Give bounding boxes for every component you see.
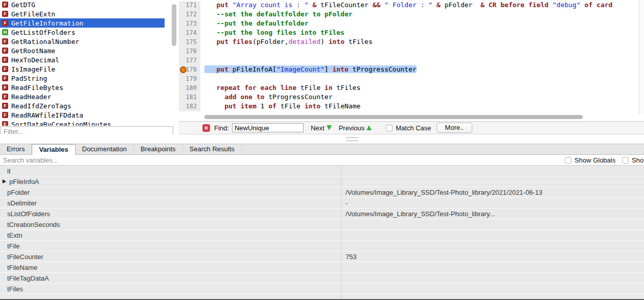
line-number-gutter[interactable]: 180 [179,84,200,93]
variables-table: itpFileInfoApFolder/Volumes/Image_Librar… [0,166,644,300]
tab-search-results[interactable]: Search Results [183,144,242,154]
find-input[interactable] [232,123,304,132]
handler-list-scrollbar[interactable] [172,2,177,124]
handler-list-item[interactable]: FReadFileBytes [0,83,165,92]
handler-list: FGetDTGFGetFileExtnFGetFileInformationHG… [0,0,171,126]
show-globals-option: Show Globals [565,156,615,164]
find-previous-label: Previous [339,124,365,132]
code-line[interactable]: 171 put "Array count is : " & tFileCount… [179,1,644,10]
handler-list-item[interactable]: FReadRAWfileIFDdata [0,110,165,120]
variable-row[interactable]: pFileInfoA [0,176,644,187]
code-line[interactable]: 180 repeat for each line tFile in tFiles [179,84,644,93]
code-line[interactable]: 178 put pFileInfoA["ImageCount"] into tP… [179,65,644,75]
search-variables-input[interactable] [0,155,413,166]
line-number-gutter[interactable]: 181 [179,93,200,102]
variable-row[interactable]: tCreationSeconds [0,219,644,230]
handler-list-item[interactable]: FGetFileExtn [0,9,165,18]
handler-list-item[interactable]: FReadIfdZeroTags [0,101,165,110]
line-number-gutter[interactable]: 176 [179,47,200,56]
code-line[interactable]: 177 [179,56,644,65]
handler-list-item[interactable]: FGetFileInformation [0,18,165,28]
handler-list-item[interactable]: FHexToDecimal [0,55,165,64]
variable-row[interactable]: tFiles [0,284,644,294]
tab-breakpoints[interactable]: Breakpoints [134,144,183,154]
line-number-gutter[interactable]: 178 [179,65,200,75]
variable-row[interactable]: it [0,166,644,176]
code-line[interactable]: 181 add one to tProgressCounter [179,93,644,102]
variable-row-partial [0,294,644,298]
variable-row[interactable]: tFile [0,241,644,251]
handler-list-item[interactable]: FGetDTG [0,0,165,9]
splitter-strip [0,134,644,144]
line-number-gutter[interactable]: 182 [179,102,200,111]
variable-name: tFileCounter [0,251,341,262]
scrollbar-thumb[interactable] [204,115,583,119]
line-number-gutter[interactable]: 179 [179,75,200,84]
line-number-gutter[interactable]: 174 [179,29,200,38]
editor-vertical-scrollbar[interactable] [639,0,644,114]
line-number-gutter[interactable]: 172 [179,10,200,19]
line-number-gutter[interactable]: 173 [179,19,200,29]
variable-row[interactable]: tExtn [0,230,644,241]
code-line[interactable]: 174 --put the long files into tFiles [179,29,644,38]
variable-value: /Volumes/Image_Library_SSD/Test-Photo_li… [341,210,644,218]
variable-row[interactable]: tFileName [0,262,644,273]
breakpoint-icon[interactable] [180,66,187,73]
show-globals-checkbox[interactable] [565,157,571,164]
variable-row[interactable]: sDelimiter- [0,198,644,209]
code-line[interactable]: 172 --set the defaultfolder to pFolder [179,10,644,19]
handler-list-item[interactable]: FGetRootName [0,46,165,55]
code-line[interactable]: 175 put files(pFolder,detailed) into tFi… [179,38,644,47]
function-icon: F [2,2,8,8]
function-icon: F [2,66,8,72]
variable-row[interactable]: tFileTagDataA [0,273,644,284]
show-clipped-label: Sho [632,156,643,164]
match-case-checkbox[interactable] [386,125,393,131]
handler-list-item[interactable]: HGetListOfFolders [0,28,165,37]
variable-row[interactable]: pFolder/Volumes/Image_Library_SSD/Test-P… [0,187,644,198]
handler-name: GetListOfFolders [11,29,75,36]
handler-list-item[interactable]: FGetRationalNumber [0,37,165,46]
handler-name: GetDTG [11,1,35,9]
find-more-button[interactable]: More.. [436,123,473,133]
line-number: 173 [186,20,197,27]
handler-name: ReadRAWfileIFDdata [11,111,83,119]
code-line[interactable]: 173 --put the defaultfolder [179,19,644,29]
tab-variables[interactable]: Variables [32,144,75,155]
handler-list-item[interactable]: FPadString [0,74,165,83]
line-number: 176 [186,48,197,55]
code-text: put "Array count is : " & tFileCounter &… [204,1,612,9]
variable-value: /Volumes/Image_Library_SSD/Test-Photo_li… [341,189,644,196]
line-number: 174 [186,29,197,36]
editor-horizontal-scrollbar[interactable] [200,115,638,120]
handler-list-item[interactable]: FReadHeader [0,92,165,101]
show-globals-label: Show Globals [574,156,615,164]
scrollbar-thumb[interactable] [172,4,176,46]
find-previous-button[interactable]: Previous [339,124,372,132]
find-close-button[interactable]: ✕ [202,124,210,132]
code-line[interactable]: 179 [179,75,644,84]
code-line[interactable]: 176 [179,47,644,56]
variable-row[interactable]: sListOfFolders/Volumes/Image_Library_SSD… [0,209,644,219]
tab-errors[interactable]: Errors [0,144,32,154]
handler-list-item[interactable]: FIsImageFile [0,64,165,74]
code-editor[interactable]: 171 put "Array count is : " & tFileCount… [179,0,644,121]
expand-arrow-icon[interactable] [3,179,6,183]
line-number-gutter[interactable]: 171 [179,1,200,10]
variable-row[interactable]: tFileCounter753 [0,251,644,262]
line-number-gutter[interactable]: 175 [179,38,200,47]
code-text: put item 1 of tFile into tFileName [204,102,360,110]
code-text: --put the long files into tFiles [204,29,344,36]
line-number-gutter[interactable]: 177 [179,56,200,65]
code-line[interactable]: 182 put item 1 of tFile into tFileName [179,102,644,111]
find-next-button[interactable]: Next [311,124,332,132]
drag-handle-icon[interactable] [346,137,358,141]
line-number: 178 [186,66,197,73]
variable-name: sDelimiter [0,198,341,208]
handler-name: GetRootName [11,47,55,55]
line-number: 182 [186,103,197,110]
show-clipped-checkbox[interactable] [622,157,629,164]
handler-list-item[interactable]: FSortDataByCreationMinutes [0,120,165,126]
tab-documentation[interactable]: Documentation [76,144,134,154]
variable-name: it [0,166,341,176]
